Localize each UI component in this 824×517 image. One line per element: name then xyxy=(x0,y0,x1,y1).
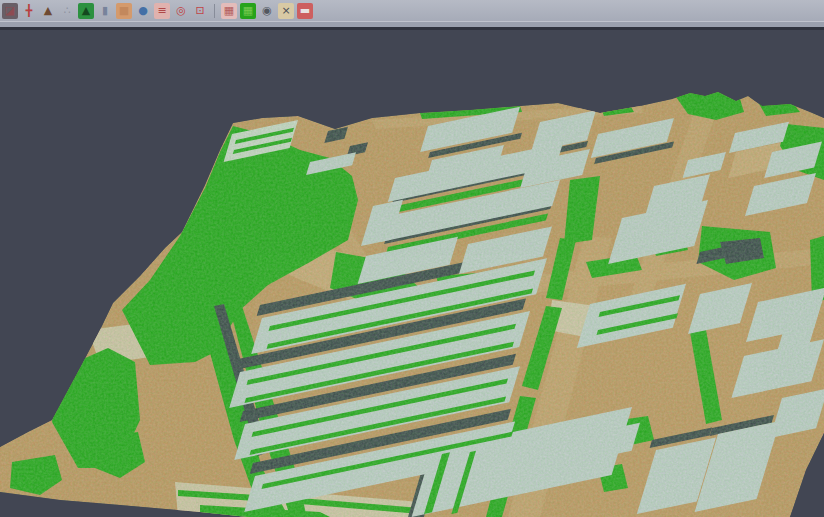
globe-icon[interactable]: ● xyxy=(135,3,151,19)
crop-box-icon[interactable]: ⊡ xyxy=(192,3,208,19)
crop-box-icon-glyph: ⊡ xyxy=(195,5,204,16)
ribbon-icon[interactable]: ▬ xyxy=(297,3,313,19)
cross-section-icon[interactable]: ╋ xyxy=(21,3,37,19)
profile-column-icon-glyph: ▮ xyxy=(102,5,108,16)
toolbar-edge-line xyxy=(0,27,824,30)
find-tool-icon[interactable]: ◉ xyxy=(259,3,275,19)
cancel-tool-icon-glyph: × xyxy=(281,5,290,16)
3d-viewport[interactable] xyxy=(0,29,824,517)
facets-icon[interactable]: ■ xyxy=(116,3,132,19)
classification-icon[interactable]: ▦ xyxy=(240,3,256,19)
circle-detect-icon-glyph: ◎ xyxy=(176,5,186,16)
profile-column-icon[interactable]: ▮ xyxy=(97,3,113,19)
find-tool-icon-glyph: ◉ xyxy=(262,5,272,16)
csf-ground-filter-icon-glyph: ▲ xyxy=(82,5,90,16)
point-pair-align-icon-glyph: ∴ xyxy=(64,5,71,16)
point-pair-align-icon[interactable]: ∴ xyxy=(59,3,75,19)
circle-detect-icon[interactable]: ◎ xyxy=(173,3,189,19)
raster-grid-icon[interactable]: ▦ xyxy=(221,3,237,19)
mesh-terrain-icon[interactable]: ▲ xyxy=(40,3,56,19)
point-cloud-render[interactable] xyxy=(0,29,824,517)
m3c2-distance-icon[interactable]: ≡ xyxy=(154,3,170,19)
clipping-box-icon-glyph: ◪ xyxy=(5,5,15,16)
raster-grid-icon-glyph: ▦ xyxy=(224,5,234,16)
classification-icon-glyph: ▦ xyxy=(243,5,253,16)
ribbon-icon-glyph: ▬ xyxy=(300,5,310,16)
cross-section-icon-glyph: ╋ xyxy=(26,5,33,16)
cancel-tool-icon[interactable]: × xyxy=(278,3,294,19)
m3c2-distance-icon-glyph: ≡ xyxy=(157,5,166,16)
mesh-terrain-icon-glyph: ▲ xyxy=(44,5,52,16)
facets-icon-glyph: ■ xyxy=(119,5,129,16)
globe-icon-glyph: ● xyxy=(138,5,148,16)
clipping-box-icon[interactable]: ◪ xyxy=(2,3,18,19)
window-chrome: ◪╋▲∴▲▮■●≡◎⊡▦▦◉×▬ xyxy=(0,0,824,30)
csf-ground-filter-icon[interactable]: ▲ xyxy=(78,3,94,19)
toolbar: ◪╋▲∴▲▮■●≡◎⊡▦▦◉×▬ xyxy=(0,0,824,21)
toolbar-separator xyxy=(214,4,215,18)
